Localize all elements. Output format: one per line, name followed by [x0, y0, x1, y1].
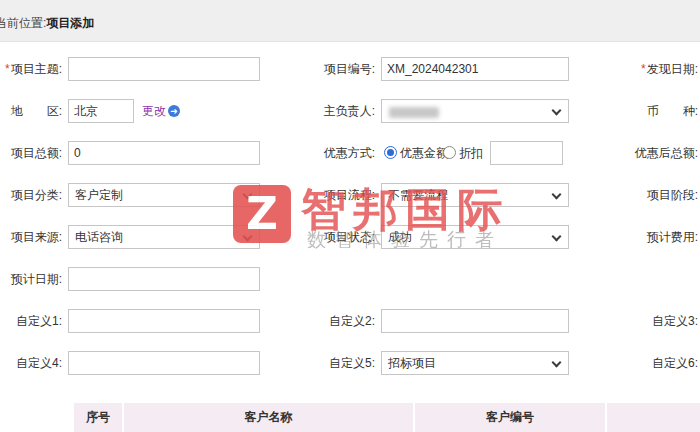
- form-row-2: 地 区: 更改 ➜ 主负责人: 币 种:: [0, 99, 700, 123]
- project-flow-select[interactable]: 不需要流程: [381, 183, 569, 207]
- discount-amount-radio-label[interactable]: 优惠金额: [400, 141, 448, 165]
- estimated-date-input[interactable]: [68, 267, 260, 291]
- change-region-link[interactable]: 更改: [142, 99, 166, 123]
- project-no-input[interactable]: [381, 57, 569, 81]
- form-row-6: 预计日期:: [0, 267, 700, 291]
- project-total-input[interactable]: [68, 141, 260, 165]
- custom2-input[interactable]: [381, 309, 569, 333]
- project-subject-label: *项目主题:: [0, 57, 62, 81]
- form-row-5: 项目来源: 电话咨询 项目状态: 成功 预计费用:: [0, 225, 700, 249]
- form-row-8: 自定义4: 自定义5: 招标项目 自定义6:: [0, 351, 700, 375]
- discount-amount-input[interactable]: [490, 141, 563, 165]
- required-asterisk: *: [5, 62, 10, 76]
- chevron-down-icon: [552, 106, 562, 116]
- chevron-down-icon: [552, 190, 562, 200]
- custom4-label: 自定义4:: [0, 351, 62, 375]
- custom5-label: 自定义5:: [273, 351, 375, 375]
- form-row-4: 项目分类: 客户定制 项目流程: 不需要流程 项目阶段:: [0, 183, 700, 207]
- table-header-seq: 序号: [74, 401, 124, 432]
- chevron-down-icon: [243, 190, 253, 200]
- project-source-label: 项目来源:: [0, 225, 62, 249]
- project-category-value: 客户定制: [75, 188, 123, 202]
- project-flow-value: 不需要流程: [388, 188, 448, 202]
- main-manager-select[interactable]: [381, 99, 569, 123]
- customer-table-header: 序号 客户名称 客户编号: [74, 401, 700, 432]
- project-source-select[interactable]: 电话咨询: [68, 225, 260, 249]
- custom1-label: 自定义1:: [0, 309, 62, 333]
- required-asterisk: *: [641, 62, 646, 76]
- custom6-label: 自定义6:: [598, 351, 698, 375]
- table-header-extra: [607, 401, 700, 432]
- main-manager-label: 主负责人:: [273, 99, 375, 123]
- chevron-down-icon: [243, 232, 253, 242]
- custom3-label: 自定义3:: [598, 309, 698, 333]
- project-subject-input[interactable]: [68, 57, 260, 81]
- custom5-value: 招标项目: [388, 356, 436, 370]
- project-total-label: 项目总额:: [0, 141, 62, 165]
- chevron-down-icon: [552, 232, 562, 242]
- estimated-date-label: 预计日期:: [0, 267, 62, 291]
- form-row-7: 自定义1: 自定义2: 自定义3:: [0, 309, 700, 333]
- custom2-label: 自定义2:: [273, 309, 375, 333]
- breadcrumb: 当前位置:项目添加: [0, 15, 94, 32]
- chevron-down-icon: [552, 358, 562, 368]
- discount-rate-radio[interactable]: [443, 146, 456, 159]
- project-flow-label: 项目流程:: [273, 183, 375, 207]
- project-stage-label: 项目阶段:: [598, 183, 698, 207]
- table-header-customer-name: 客户名称: [124, 401, 415, 432]
- top-bar: 当前位置:项目添加: [0, 0, 700, 42]
- table-header-customer-no: 客户编号: [415, 401, 607, 432]
- breadcrumb-prefix: 当前位置:: [0, 16, 46, 30]
- custom5-select[interactable]: 招标项目: [381, 351, 569, 375]
- project-source-value: 电话咨询: [75, 230, 123, 244]
- form-row-3: 项目总额: 优惠方式: 优惠金额 折扣 优惠后总额:: [0, 141, 700, 165]
- breadcrumb-current: 项目添加: [46, 16, 94, 30]
- project-category-label: 项目分类:: [0, 183, 62, 207]
- redacted-value: [389, 107, 439, 118]
- region-label: 地 区:: [0, 99, 62, 123]
- project-status-label: 项目状态:: [273, 225, 375, 249]
- discount-rate-radio-label[interactable]: 折扣: [459, 141, 483, 165]
- discount-amount-radio[interactable]: [384, 146, 397, 159]
- arrow-right-icon[interactable]: ➜: [168, 105, 180, 117]
- project-status-value: 成功: [388, 230, 412, 244]
- region-input[interactable]: [68, 99, 134, 123]
- total-after-discount-label: 优惠后总额:: [598, 141, 698, 165]
- custom4-input[interactable]: [68, 351, 260, 375]
- project-category-select[interactable]: 客户定制: [68, 183, 260, 207]
- discount-mode-label: 优惠方式:: [273, 141, 375, 165]
- currency-label: 币 种:: [598, 99, 698, 123]
- found-date-label: *发现日期:: [598, 57, 698, 81]
- form-row-1: *项目主题: 项目编号: *发现日期:: [0, 57, 700, 81]
- custom1-input[interactable]: [68, 309, 260, 333]
- project-status-select[interactable]: 成功: [381, 225, 569, 249]
- project-no-label: 项目编号:: [273, 57, 375, 81]
- estimated-cost-label: 预计费用:: [598, 225, 698, 249]
